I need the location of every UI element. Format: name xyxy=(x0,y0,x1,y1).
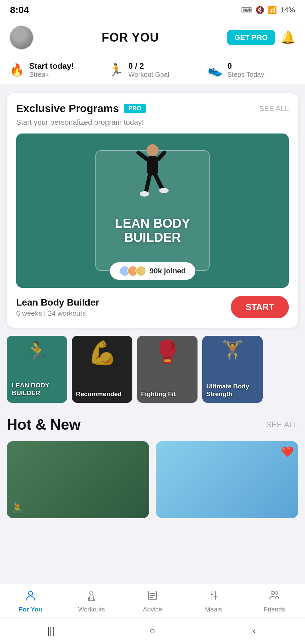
nav-label-advice: Advice xyxy=(143,606,162,613)
nav-item-friends[interactable]: Friends xyxy=(258,590,291,613)
steps-today-stat: 👟 0 Steps Today xyxy=(208,61,296,78)
streak-icon: 🔥 xyxy=(9,63,25,77)
wifi-icon: 📶 xyxy=(268,6,277,14)
thumb-figure-1: 🏃 xyxy=(25,340,50,364)
nav-item-meals[interactable]: Meals xyxy=(197,590,230,613)
android-menu-button[interactable]: ||| xyxy=(41,621,61,641)
program-name: Lean Body Builder xyxy=(16,297,99,308)
avatar-image xyxy=(10,25,33,50)
stat-divider-1 xyxy=(103,62,103,78)
thumb-figure-4: 🏋️ xyxy=(221,339,244,361)
thumb-figure-3: 🥊 xyxy=(154,339,181,365)
bluetooth-icon: ⌨ xyxy=(241,6,252,14)
thumbnail-recommended[interactable]: 💪 Recommended xyxy=(72,336,132,403)
page-title: FOR YOU xyxy=(102,31,159,45)
thumbnail-label-1: LEAN BODYBUILDER xyxy=(12,382,49,397)
exclusive-subtitle: Start your personalized program today! xyxy=(16,118,289,127)
nav-icon-workouts xyxy=(86,590,97,604)
heart-icon[interactable]: ❤️ xyxy=(281,446,294,458)
header-actions: GET PRO 🔔 xyxy=(227,30,296,45)
hot-new-see-all[interactable]: SEE ALL xyxy=(266,420,298,429)
start-program-button[interactable]: START xyxy=(231,296,289,318)
android-home-button[interactable]: ○ xyxy=(142,621,163,641)
hot-card-2[interactable]: ❤️ xyxy=(156,441,298,518)
athlete-figure xyxy=(129,141,176,208)
svg-line-3 xyxy=(158,153,164,159)
exclusive-programs-card: Exclusive Programs PRO SEE ALL Start you… xyxy=(7,93,298,328)
thumbnail-label-2: Recommended xyxy=(76,390,122,398)
nav-item-for-you[interactable]: For You xyxy=(14,590,47,613)
card-header: Exclusive Programs PRO SEE ALL xyxy=(16,102,289,115)
android-back-button[interactable]: ‹ xyxy=(244,621,264,641)
mute-icon: 🔇 xyxy=(255,6,264,14)
svg-point-0 xyxy=(146,144,159,156)
stat-divider-2 xyxy=(202,62,202,78)
get-pro-button[interactable]: GET PRO xyxy=(227,30,275,45)
svg-point-6 xyxy=(140,191,149,197)
nav-icon-friends xyxy=(269,590,280,604)
svg-line-5 xyxy=(155,175,163,190)
status-icons: ⌨ 🔇 📶 14% xyxy=(241,6,295,14)
status-time: 8:04 xyxy=(10,5,29,15)
streak-main: Start today! xyxy=(29,61,74,71)
steps-sub: Steps Today xyxy=(227,71,264,78)
bottom-nav: For You Workouts Advice xyxy=(0,584,305,617)
workout-goal-sub: Workout Goal xyxy=(128,71,169,78)
nav-item-advice[interactable]: Advice xyxy=(136,590,169,613)
svg-point-7 xyxy=(159,188,169,193)
nav-icon-advice xyxy=(147,590,158,604)
thumbnail-ultimate-body-strength[interactable]: 🏋️ Ultimate Body Strength xyxy=(202,336,263,403)
hot-new-section-header: Hot & New SEE ALL xyxy=(7,416,298,433)
main-content: Exclusive Programs PRO SEE ALL Start you… xyxy=(0,85,305,526)
nav-item-workouts[interactable]: Workouts xyxy=(75,590,108,613)
workout-goal-text: 0 / 2 Workout Goal xyxy=(128,61,169,78)
steps-main: 0 xyxy=(227,61,264,71)
hot-new-title: Hot & New xyxy=(7,416,81,433)
nav-icon-for-you xyxy=(25,590,36,604)
joined-count: 90k joined xyxy=(149,267,186,275)
program-details: Lean Body Builder 6 weeks | 24 workouts xyxy=(16,297,99,317)
svg-line-4 xyxy=(146,175,150,193)
streak-sub: Streak xyxy=(29,71,74,78)
workout-goal-main: 0 / 2 xyxy=(128,61,169,71)
notification-bell-icon[interactable]: 🔔 xyxy=(280,31,296,45)
header: FOR YOU GET PRO 🔔 xyxy=(0,20,305,55)
battery-level: 14% xyxy=(280,6,295,14)
thumbnail-label-3: Fighting Fit xyxy=(141,390,176,398)
svg-point-8 xyxy=(29,591,33,595)
steps-text: 0 Steps Today xyxy=(227,61,264,78)
thumb-figure-2: 💪 xyxy=(88,339,117,367)
svg-point-9 xyxy=(90,592,93,595)
joined-avatars xyxy=(119,266,146,276)
nav-label-friends: Friends xyxy=(264,606,285,613)
program-banner[interactable]: LEAN BODY BUILDER 90k joined xyxy=(16,133,289,288)
streak-text: Start today! Streak xyxy=(29,61,74,78)
nav-icon-meals xyxy=(208,590,219,604)
thumbnail-label-4: Ultimate Body Strength xyxy=(206,383,263,398)
program-info-row: Lean Body Builder 6 weeks | 24 workouts … xyxy=(16,296,289,318)
workout-goal-icon: 🏃 xyxy=(108,63,124,77)
nav-label-workouts: Workouts xyxy=(78,606,105,613)
stats-bar: 🔥 Start today! Streak 🏃 0 / 2 Workout Go… xyxy=(0,55,305,85)
bike-icon: 🚴 xyxy=(11,502,24,514)
streak-stat: 🔥 Start today! Streak xyxy=(9,61,97,78)
card-title-row: Exclusive Programs PRO xyxy=(16,102,146,115)
pro-badge: PRO xyxy=(124,104,146,113)
program-meta: 6 weeks | 24 workouts xyxy=(16,309,99,317)
exclusive-programs-title: Exclusive Programs xyxy=(16,102,119,115)
thumbnail-fighting-fit[interactable]: 🥊 Fighting Fit xyxy=(137,336,198,403)
avatar[interactable] xyxy=(9,25,34,50)
joined-pill: 90k joined xyxy=(110,262,195,280)
nav-label-for-you: For You xyxy=(19,606,42,613)
workout-goal-stat: 🏃 0 / 2 Workout Goal xyxy=(108,61,197,78)
steps-icon: 👟 xyxy=(208,63,223,77)
svg-line-2 xyxy=(138,153,147,159)
joined-avatar-3 xyxy=(135,266,146,276)
program-banner-title: LEAN BODY BUILDER xyxy=(115,217,190,245)
svg-point-22 xyxy=(275,592,278,594)
android-nav: ||| ○ ‹ xyxy=(0,617,305,644)
hot-cards-row: 🚴 ❤️ xyxy=(7,441,298,518)
hot-card-1[interactable]: 🚴 xyxy=(7,441,149,518)
thumbnail-lean-body-builder[interactable]: 🏃 LEAN BODYBUILDER xyxy=(7,336,67,403)
exclusive-see-all[interactable]: SEE ALL xyxy=(259,104,289,113)
